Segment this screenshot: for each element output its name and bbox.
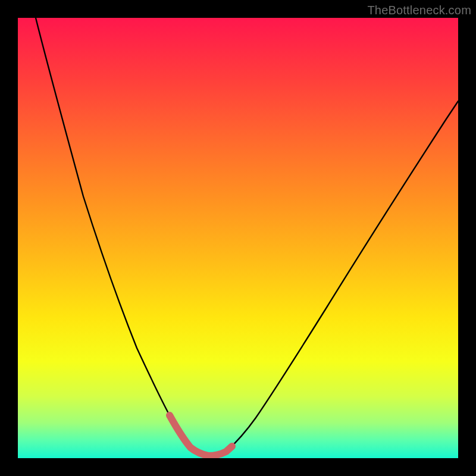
watermark-label: TheBottleneck.com xyxy=(367,4,471,17)
curve-svg xyxy=(18,18,458,458)
highlight-segment xyxy=(170,415,232,456)
main-curve xyxy=(36,18,458,456)
plot-area xyxy=(18,18,458,458)
chart-frame: TheBottleneck.com xyxy=(0,0,476,476)
